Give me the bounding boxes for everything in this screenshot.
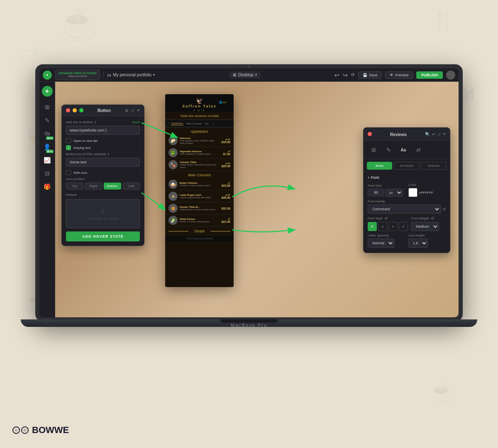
publish-button[interactable]: PUBLISH (416, 71, 443, 79)
reviews-panel-controls (368, 132, 372, 136)
rp-edit-icon[interactable]: ✎ (383, 144, 394, 156)
preview-logo: Saffron Tales (182, 104, 216, 108)
add-hover-state-button[interactable]: ADD HOVER STATE (66, 231, 140, 241)
prev-arrow[interactable]: ‹ (168, 122, 169, 125)
desktop-selector[interactable]: 🖥 Desktop ▾ (229, 71, 260, 78)
font-family-select[interactable]: Cormorant Arial Georgia (368, 205, 441, 214)
rp-font-title: ▾ Font (368, 175, 446, 180)
add-element-button[interactable]: + (42, 86, 53, 97)
with-icon-checkbox[interactable] (66, 170, 71, 175)
chevron-down-icon-2: ▾ (255, 73, 257, 77)
food-decor-7: ☕ (428, 380, 456, 407)
tab-on-hover[interactable]: On-hover (394, 162, 419, 170)
align-justify-button[interactable]: ≡ (399, 222, 408, 231)
font-style-label: Font Style (368, 217, 383, 220)
sidebar-item-stack[interactable]: ⊟ (42, 168, 53, 179)
preview-logo-icon: 🦅 (196, 97, 203, 104)
redo-button[interactable]: ↪ (343, 72, 348, 78)
font-weight-label: Font Weight (411, 217, 429, 220)
align-left-button[interactable]: ≡ (368, 222, 377, 231)
bowwe-logo: BOWWE (32, 425, 69, 436)
list-item: 🥦 Vegetable Pakoras Fried vegetables, ch… (165, 147, 234, 159)
rp-search-icon[interactable]: 🔍 (425, 132, 430, 136)
tab-more[interactable]: So... (204, 122, 211, 125)
font-size-unit-select[interactable]: px em % (386, 189, 403, 197)
rp-icons-row: ⊞ ✎ Aa ⇄ (364, 141, 450, 159)
font-size-input[interactable] (368, 189, 384, 196)
sidebar-item-chart[interactable]: 📈 (42, 155, 53, 166)
monitor-icon: 🖥 (232, 73, 237, 77)
canvas-area: Button ⚙ ⤢ × Add link on Button ℹ Reset (55, 82, 459, 317)
tab-basic[interactable]: Basic (367, 162, 392, 170)
choose-icon-text: CHOOSE AN ICON (87, 217, 118, 220)
rp-close-x-icon[interactable]: × (443, 131, 446, 137)
align-center-button[interactable]: ≡ (378, 222, 387, 231)
icon-position-label: Icon position (66, 177, 140, 181)
upgrade-button[interactable]: UPGRADE FREE ACCOUNT FREE ACCOUNT (55, 70, 100, 80)
save-icon: 💾 (363, 73, 367, 77)
align-right-button[interactable]: ≡ (388, 222, 398, 231)
upload-icon: ↑ (101, 207, 105, 216)
icon-pos-top[interactable]: Top (66, 183, 83, 190)
chart-icon: 📈 (44, 157, 51, 163)
sidebar-item-pen[interactable]: ✎ (42, 115, 53, 126)
reset-link-button[interactable]: Reset (132, 121, 140, 124)
font-family-row: Cormorant Arial Georgia ↺ (368, 205, 446, 214)
layers-icon: ⊞ (45, 104, 50, 110)
open-new-tab-row: Open in new tab (66, 138, 140, 143)
rp-text-icon[interactable]: Aa (398, 144, 409, 156)
font-family-reset-icon[interactable]: ↺ (442, 207, 446, 212)
color-swatch[interactable] (408, 188, 417, 197)
next-arrow[interactable]: › (212, 122, 214, 125)
close-panel-button[interactable] (66, 108, 70, 112)
font-weight-reset-icon[interactable]: ↺ (431, 216, 434, 221)
rp-layout-icon[interactable]: ⊞ (368, 144, 379, 156)
sidebar-item-crm[interactable]: 👤 BETA (42, 141, 53, 152)
save-button[interactable]: 💾 Save (358, 71, 382, 79)
letter-spacing-select[interactable]: Normal Wide Tight (368, 239, 394, 248)
tab-appetizers[interactable]: Appetizers (171, 122, 184, 125)
language-selector[interactable]: 🌐EN (219, 101, 226, 104)
panel-close-x-icon[interactable]: × (137, 107, 140, 113)
font-style-reset-icon[interactable]: ↺ (384, 216, 388, 221)
line-height-select[interactable]: 1.6 1.4 2.0 (408, 239, 428, 248)
open-new-tab-checkbox[interactable] (66, 138, 71, 143)
editor-topbar: ● UPGRADE FREE ACCOUNT FREE ACCOUNT 🗂 My… (39, 68, 459, 82)
sidebar-item-layers[interactable]: ⊞ (42, 102, 53, 112)
laptop-notch (220, 319, 278, 323)
icon-pos-right[interactable]: Right (85, 183, 103, 190)
rp-shuffle-icon[interactable]: ⇄ (413, 144, 424, 156)
panel-header: Button ⚙ ⤢ × (62, 105, 144, 116)
button-panel: Button ⚙ ⤢ × Add link on Button ℹ Reset (61, 105, 144, 246)
undo-button[interactable]: ↩ (334, 72, 339, 78)
tab-selector[interactable]: Selector (421, 162, 447, 170)
rp-collapse-icon[interactable]: ▾ (368, 176, 369, 180)
tab-main-courses[interactable]: Main Courses (186, 122, 203, 125)
cc-icons: © © (12, 426, 29, 434)
font-weight-select[interactable]: Medium Light Bold (411, 222, 439, 231)
panel-settings-icon[interactable]: ⚙ (125, 108, 129, 113)
rp-back-icon[interactable]: ↩ (432, 132, 435, 136)
list-item: 🍲 Lamb Rogan Josh Lamb in yogurt tomato … (165, 190, 234, 202)
display-text-checkbox[interactable] (66, 145, 71, 150)
button-text-input[interactable] (66, 158, 140, 167)
panel-resize-icon[interactable]: ⤢ (131, 108, 134, 113)
preview-button[interactable]: 👁 Preview (385, 71, 413, 79)
gift-icon: 🎁 (44, 183, 51, 190)
maximize-panel-button[interactable] (79, 108, 83, 112)
sidebar-item-gift[interactable]: 🎁 (42, 181, 53, 192)
icon-pos-left[interactable]: Left (123, 183, 140, 190)
portfolio-selector[interactable]: 🗂 My personal portfolio ▾ (107, 73, 155, 77)
default-label: Default (66, 193, 140, 197)
url-input[interactable] (66, 126, 140, 135)
icon-pos-bottom[interactable]: Bottom (104, 183, 121, 190)
user-avatar[interactable] (446, 71, 455, 80)
share-button[interactable]: ⟳ (351, 72, 355, 78)
rp-resize-icon[interactable]: ⤢ (437, 132, 441, 136)
sidebar-item-shop[interactable]: 🛍 BETA (42, 128, 53, 139)
choose-icon-area[interactable]: ↑ CHOOSE AN ICON (66, 199, 140, 228)
minimize-panel-button[interactable] (73, 108, 77, 112)
appetizers-section-title: Appetizers (165, 127, 234, 135)
close-reviews-button[interactable] (368, 132, 372, 136)
reviews-panel: Reviews 🔍 ↩ ⤢ × ⊞ ✎ Aa ⇄ (363, 127, 450, 253)
